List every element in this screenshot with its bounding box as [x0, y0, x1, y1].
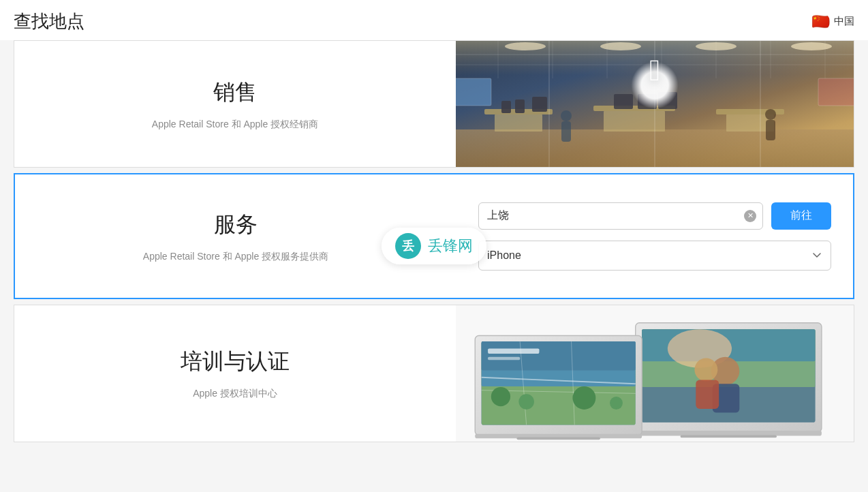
svg-rect-27: [658, 92, 677, 109]
service-card-right: ✕ 前往 iPhone iPad Mac iPod Apple Watch Ap…: [456, 174, 853, 298]
service-card-left: 服务 Apple Retail Store 和 Apple 授权服务提供商: [15, 174, 456, 298]
svg-rect-23: [515, 99, 525, 113]
svg-rect-26: [638, 94, 657, 109]
region-label: 中国: [834, 15, 854, 28]
service-subtitle: Apple Retail Store 和 Apple 授权服务提供商: [143, 251, 328, 263]
svg-rect-46: [696, 380, 719, 409]
goto-button[interactable]: 前往: [771, 202, 831, 230]
svg-rect-25: [614, 94, 633, 109]
svg-point-63: [610, 397, 623, 410]
service-card[interactable]: 服务 Apple Retail Store 和 Apple 授权服务提供商 ✕ …: [14, 173, 854, 299]
svg-rect-24: [532, 97, 547, 112]
svg-rect-31: [766, 120, 775, 140]
search-input-wrap: ✕: [478, 202, 763, 230]
apple-logo-icon: : [649, 53, 660, 87]
svg-rect-48: [681, 435, 777, 438]
clear-search-button[interactable]: ✕: [744, 210, 756, 222]
page-title: 查找地点: [14, 10, 84, 33]
svg-rect-58: [488, 348, 539, 354]
svg-rect-65: [516, 437, 600, 440]
service-title: 服务: [214, 210, 258, 240]
svg-point-45: [694, 358, 717, 382]
svg-rect-36: [818, 78, 854, 106]
header: 查找地点 🇨🇳 中国: [0, 0, 868, 40]
svg-point-14: [791, 42, 832, 50]
svg-rect-47: [636, 431, 822, 436]
region-selector[interactable]: 🇨🇳 中国: [811, 12, 854, 31]
svg-point-13: [696, 42, 737, 50]
svg-rect-19: [604, 111, 665, 132]
training-title: 培训与认证: [181, 347, 290, 377]
sales-card-left: 销售 Apple Retail Store 和 Apple 授权经销商: [14, 41, 456, 167]
main-content: 销售 Apple Retail Store 和 Apple 授权经销商 : [0, 40, 868, 461]
product-select[interactable]: iPhone iPad Mac iPod Apple Watch Apple T…: [478, 241, 831, 271]
svg-point-60: [491, 387, 510, 406]
search-row: ✕ 前往: [478, 202, 831, 230]
svg-point-62: [572, 386, 595, 410]
svg-rect-22: [501, 101, 511, 113]
training-subtitle: Apple 授权培训中心: [193, 388, 277, 400]
sales-card-image: : [456, 41, 854, 167]
svg-point-12: [600, 42, 641, 50]
macbooks-illustration: [456, 305, 854, 442]
sales-title: 销售: [213, 78, 257, 108]
sales-subtitle: Apple Retail Store 和 Apple 授权经销商: [152, 119, 318, 131]
china-flag-icon: 🇨🇳: [811, 12, 830, 31]
training-card[interactable]: 培训与认证 Apple 授权培训中心: [14, 305, 854, 442]
product-select-wrap: iPhone iPad Mac iPod Apple Watch Apple T…: [478, 241, 831, 271]
training-card-left: 培训与认证 Apple 授权培训中心: [14, 305, 456, 442]
training-card-image: [456, 305, 854, 442]
svg-rect-59: [488, 357, 520, 360]
svg-rect-35: [456, 78, 491, 106]
svg-point-28: [561, 110, 572, 121]
svg-point-11: [505, 42, 546, 50]
sales-card[interactable]: 销售 Apple Retail Store 和 Apple 授权经销商 : [14, 40, 854, 168]
svg-rect-17: [495, 114, 542, 132]
svg-rect-29: [561, 121, 571, 142]
search-input[interactable]: [478, 202, 763, 230]
svg-point-61: [518, 394, 534, 410]
svg-point-30: [765, 109, 776, 120]
svg-rect-53: [482, 341, 636, 370]
